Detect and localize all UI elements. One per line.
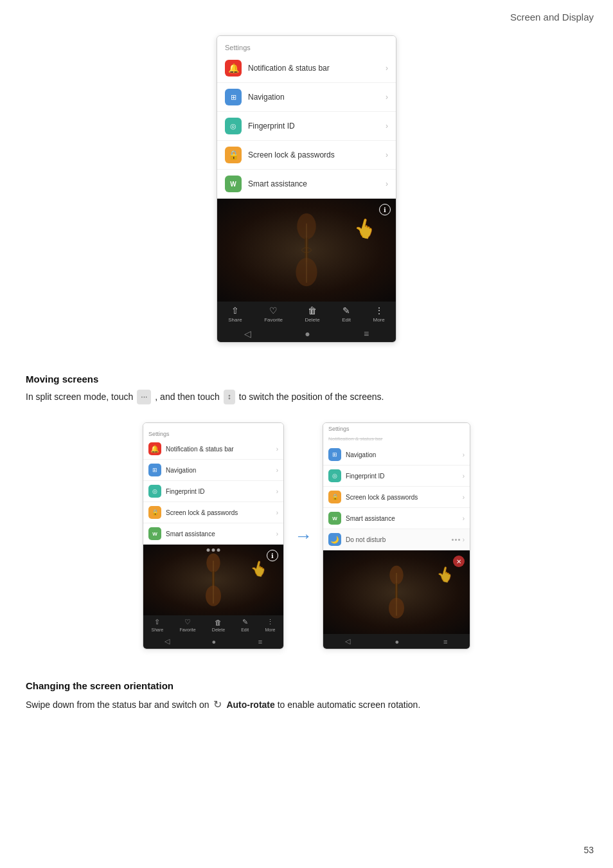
back-button-left[interactable]: ◁ bbox=[164, 637, 170, 646]
split-screen-container: Settings 🔔 Notification & status bar › ⊞… bbox=[0, 422, 613, 649]
info-button-left[interactable]: ℹ bbox=[267, 550, 278, 561]
split-left-screenlock[interactable]: 🔒 Screen lock & passwords › bbox=[143, 502, 283, 523]
split-right-smart[interactable]: W Smart assistance › bbox=[323, 508, 470, 529]
violin-svg-right bbox=[384, 563, 409, 621]
fingerprint-icon: ◎ bbox=[225, 118, 242, 134]
phone-nav-bar-left: ◁ ● ≡ bbox=[143, 634, 283, 649]
phone-toolbar-top: ⇧ Share ♡ Favorite 🗑 Delete ✎ Edit ⋮ Mor… bbox=[217, 302, 396, 325]
phone-frame-top: Settings 🔔 Notification & status bar › ⊞… bbox=[217, 35, 396, 343]
split-left-notification-text: Notification & status bar bbox=[166, 446, 276, 453]
notification-chevron: › bbox=[386, 64, 388, 73]
screenlock-text: Screen lock & passwords bbox=[248, 150, 386, 159]
split-right-screenlock[interactable]: 🔒 Screen lock & passwords › bbox=[323, 487, 470, 508]
disturb-dot1 bbox=[452, 539, 454, 541]
phone-nav-bar-right: ◁ ● ≡ bbox=[323, 634, 470, 649]
info-button-top[interactable]: ℹ bbox=[379, 204, 391, 215]
split-left-notification-chevron: › bbox=[276, 446, 278, 453]
split-left-screenlock-chevron: › bbox=[276, 509, 278, 516]
share-label: Share bbox=[228, 317, 242, 323]
orient-text-after: to enable automatic screen rotation. bbox=[278, 700, 421, 710]
edit-icon-left: ✎ bbox=[242, 618, 248, 626]
moving-screens-title: Moving screens bbox=[0, 362, 613, 390]
notification-text: Notification & status bar bbox=[248, 64, 386, 73]
delete-label-left: Delete bbox=[212, 628, 225, 632]
split-left-smart[interactable]: W Smart assistance › bbox=[143, 523, 283, 545]
favorite-label-left: Favorite bbox=[179, 628, 195, 632]
share-label-left: Share bbox=[152, 628, 164, 632]
home-button-top[interactable]: ● bbox=[305, 329, 310, 339]
split-right-navigation-chevron: › bbox=[463, 451, 465, 458]
navigation-chevron: › bbox=[386, 93, 388, 102]
settings-item-fingerprint[interactable]: ◎ Fingerprint ID › bbox=[217, 112, 396, 141]
moving-screens-text: In split screen mode, touch ··· , and th… bbox=[0, 390, 613, 416]
violin-svg-left bbox=[200, 551, 226, 609]
split-left-smart-icon: W bbox=[148, 527, 161, 540]
settings-list-top: Settings 🔔 Notification & status bar › ⊞… bbox=[217, 36, 396, 199]
edit-button[interactable]: ✎ Edit bbox=[342, 305, 351, 323]
favorite-label: Favorite bbox=[264, 317, 283, 323]
trash-icon-left: 🗑 bbox=[215, 619, 222, 626]
split-left-screenlock-icon: 🔒 bbox=[148, 506, 161, 519]
screenlock-chevron: › bbox=[386, 150, 388, 159]
split-left-fingerprint-text: Fingerprint ID bbox=[166, 488, 276, 495]
recents-button-right[interactable]: ≡ bbox=[443, 638, 447, 646]
split-icon: ··· bbox=[137, 390, 151, 404]
home-button-right[interactable]: ● bbox=[395, 638, 399, 646]
delete-button-left[interactable]: 🗑 Delete bbox=[212, 619, 225, 632]
heart-icon-left: ♡ bbox=[184, 618, 191, 626]
split-right-smart-chevron: › bbox=[463, 515, 465, 522]
disturb-dot3 bbox=[458, 539, 460, 541]
split-right-fingerprint[interactable]: ◎ Fingerprint ID › bbox=[323, 466, 470, 487]
edit-icon: ✎ bbox=[342, 305, 350, 316]
disturb-chevron: › bbox=[463, 536, 465, 543]
hand-cursor-right: 👆 bbox=[434, 565, 456, 585]
split-right-top-half: Settings Notification & status bar ⊞ Nav… bbox=[323, 423, 470, 550]
recents-button-left[interactable]: ≡ bbox=[258, 638, 262, 646]
split-left-navigation[interactable]: ⊞ Navigation › bbox=[143, 460, 283, 481]
favorite-button[interactable]: ♡ Favorite bbox=[264, 305, 283, 323]
fingerprint-chevron: › bbox=[386, 122, 388, 131]
settings-item-screenlock[interactable]: 🔒 Screen lock & passwords › bbox=[217, 141, 396, 170]
disturb-item[interactable]: 🌙 Do not disturb › bbox=[323, 529, 470, 550]
split-right-navigation-text: Navigation bbox=[346, 451, 463, 458]
split-left-fingerprint[interactable]: ◎ Fingerprint ID › bbox=[143, 481, 283, 502]
hand-cursor-left: 👆 bbox=[248, 559, 269, 579]
dot2-left bbox=[212, 548, 215, 552]
split-left-notification[interactable]: 🔔 Notification & status bar › bbox=[143, 439, 283, 460]
split-left-screenlock-text: Screen lock & passwords bbox=[166, 509, 276, 516]
settings-item-notification[interactable]: 🔔 Notification & status bar › bbox=[217, 54, 396, 83]
delete-button[interactable]: 🗑 Delete bbox=[305, 305, 320, 323]
favorite-button-left[interactable]: ♡ Favorite bbox=[179, 618, 195, 632]
back-button-right[interactable]: ◁ bbox=[345, 637, 350, 646]
close-button-right[interactable]: ✕ bbox=[453, 556, 465, 567]
auto-rotate-label: Auto-rotate bbox=[226, 700, 274, 710]
split-phone-left: Settings 🔔 Notification & status bar › ⊞… bbox=[143, 422, 284, 649]
recents-button-top[interactable]: ≡ bbox=[364, 329, 369, 339]
share-button-left[interactable]: ⇧ Share bbox=[152, 618, 164, 632]
split-left-navigation-icon: ⊞ bbox=[148, 464, 161, 476]
text-before: In split screen mode, touch bbox=[26, 390, 133, 404]
text-middle: , and then touch bbox=[155, 390, 219, 404]
split-right-smart-icon: W bbox=[328, 512, 341, 525]
dots-menu-left bbox=[207, 548, 220, 552]
more-button-left[interactable]: ⋮ More bbox=[265, 618, 275, 632]
dot1-left bbox=[207, 548, 210, 552]
rotate-icon: ↻ bbox=[213, 696, 222, 713]
orient-text-before: Swipe down from the status bar and switc… bbox=[26, 700, 209, 710]
split-right-smart-text: Smart assistance bbox=[346, 515, 463, 522]
more-button[interactable]: ⋮ More bbox=[373, 305, 385, 323]
split-right-label: Settings bbox=[323, 423, 470, 433]
share-icon: ⇧ bbox=[231, 305, 239, 316]
text-after: to switch the position of the screens. bbox=[239, 390, 384, 404]
split-right-screenlock-icon: 🔒 bbox=[328, 491, 341, 503]
home-button-left[interactable]: ● bbox=[211, 638, 216, 646]
split-right-navigation[interactable]: ⊞ Navigation › bbox=[323, 444, 470, 466]
share-button[interactable]: ⇧ Share bbox=[228, 305, 242, 323]
more-label-left: More bbox=[265, 628, 275, 632]
settings-item-navigation[interactable]: ⊞ Navigation › bbox=[217, 83, 396, 112]
back-button-top[interactable]: ◁ bbox=[244, 329, 251, 339]
trash-icon: 🗑 bbox=[308, 305, 317, 316]
settings-item-smart[interactable]: W Smart assistance › bbox=[217, 170, 396, 199]
center-phone-container: Settings 🔔 Notification & status bar › ⊞… bbox=[0, 35, 613, 343]
edit-button-left[interactable]: ✎ Edit bbox=[241, 618, 249, 632]
